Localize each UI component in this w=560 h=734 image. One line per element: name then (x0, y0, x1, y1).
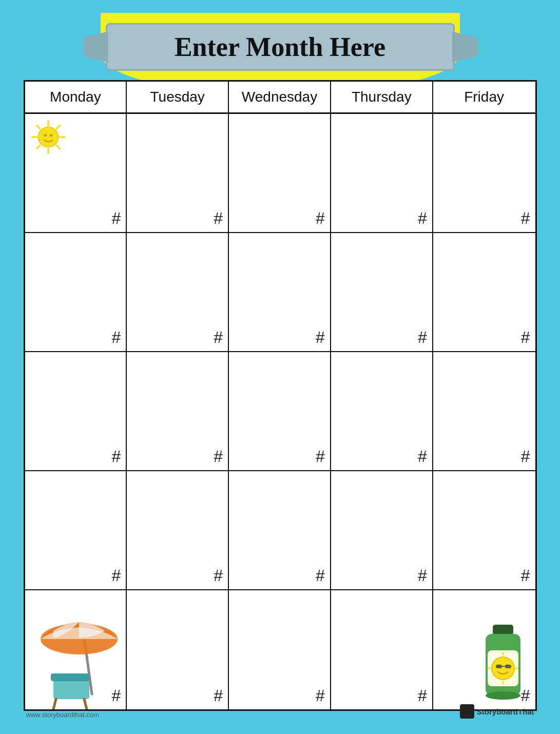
day-headers-row: Monday Tuesday Wednesday Thursday Friday (25, 82, 535, 114)
date-r2c1[interactable]: # (112, 328, 121, 347)
month-title[interactable]: Enter Month Here (175, 32, 385, 62)
date-r5c3[interactable]: # (316, 686, 325, 705)
svg-line-6 (56, 145, 60, 148)
header-area: Enter Month Here (24, 23, 537, 71)
date-r2c2[interactable]: # (214, 328, 223, 347)
cell-r5c1[interactable]: # (25, 590, 127, 709)
date-r2c3[interactable]: # (316, 328, 325, 347)
cell-r3c2[interactable]: # (127, 352, 229, 471)
header-friday: Friday (433, 82, 535, 112)
svg-line-7 (56, 126, 60, 129)
svg-line-16 (84, 699, 87, 709)
cell-r2c2[interactable]: # (127, 233, 229, 352)
svg-point-9 (44, 134, 47, 137)
date-r3c2[interactable]: # (214, 447, 223, 466)
date-r1c5[interactable]: # (521, 209, 530, 228)
svg-line-5 (36, 126, 40, 129)
svg-point-20 (492, 657, 514, 680)
cell-r2c1[interactable]: # (25, 233, 127, 352)
date-r5c4[interactable]: # (418, 686, 427, 705)
date-r3c3[interactable]: # (316, 447, 325, 466)
cell-r2c4[interactable]: # (331, 233, 433, 352)
logo-icon (460, 704, 474, 719)
page: Enter Month Here Monday Tuesday Wednesda… (13, 13, 547, 721)
date-r4c3[interactable]: # (316, 566, 325, 585)
cell-r4c4[interactable]: # (331, 471, 433, 590)
cell-r4c5[interactable]: # (433, 471, 535, 590)
logo-text: StoryboardThat (477, 707, 534, 716)
cell-r1c3[interactable]: # (229, 114, 331, 233)
svg-rect-27 (496, 665, 502, 668)
banner: Enter Month Here (106, 23, 455, 71)
date-r5c5[interactable]: # (521, 686, 530, 705)
date-r1c2[interactable]: # (214, 209, 223, 228)
date-r4c4[interactable]: # (418, 566, 427, 585)
date-r4c1[interactable]: # (112, 566, 121, 585)
cell-r4c2[interactable]: # (127, 471, 229, 590)
date-r2c4[interactable]: # (418, 328, 427, 347)
date-r1c1[interactable]: # (112, 209, 121, 228)
cell-r5c5[interactable]: # (433, 590, 535, 709)
cell-r4c1[interactable]: # (25, 471, 127, 590)
date-r5c1[interactable]: # (112, 686, 121, 705)
watermark-url: www.storyboardthat.com (26, 711, 99, 719)
cell-r5c2[interactable]: # (127, 590, 229, 709)
svg-rect-28 (505, 665, 511, 668)
date-r4c2[interactable]: # (214, 566, 223, 585)
header-wednesday: Wednesday (229, 82, 331, 112)
date-r3c1[interactable]: # (112, 447, 121, 466)
svg-point-30 (486, 691, 520, 700)
cell-r2c3[interactable]: # (229, 233, 331, 352)
header-thursday: Thursday (331, 82, 433, 112)
calendar-grid: # # # # # # # # (25, 114, 535, 709)
date-r3c4[interactable]: # (418, 447, 427, 466)
cell-r1c2[interactable]: # (127, 114, 229, 233)
calendar: Monday Tuesday Wednesday Thursday Friday (24, 80, 537, 711)
cell-r4c3[interactable]: # (229, 471, 331, 590)
header-tuesday: Tuesday (127, 82, 229, 112)
sun-icon (30, 119, 66, 155)
cell-r3c3[interactable]: # (229, 352, 331, 471)
date-r1c3[interactable]: # (316, 209, 325, 228)
date-r3c5[interactable]: # (521, 447, 530, 466)
cell-r3c5[interactable]: # (433, 352, 535, 471)
date-r2c5[interactable]: # (521, 328, 530, 347)
date-r4c5[interactable]: # (521, 566, 530, 585)
svg-point-0 (38, 127, 58, 147)
svg-line-15 (53, 699, 56, 709)
cell-r3c4[interactable]: # (331, 352, 433, 471)
cell-r5c3[interactable]: # (229, 590, 331, 709)
date-r5c2[interactable]: # (214, 686, 223, 705)
cell-r3c1[interactable]: # (25, 352, 127, 471)
cell-r2c5[interactable]: # (433, 233, 535, 352)
svg-rect-17 (493, 625, 513, 635)
cell-r1c5[interactable]: # (433, 114, 535, 233)
cell-r5c4[interactable]: # (331, 590, 433, 709)
cell-r1c4[interactable]: # (331, 114, 433, 233)
storyboardthat-logo: StoryboardThat (460, 704, 534, 719)
header-monday: Monday (25, 82, 127, 112)
svg-rect-14 (51, 673, 89, 681)
svg-line-8 (36, 145, 40, 148)
svg-point-10 (49, 134, 52, 137)
cell-r1c1[interactable]: # (25, 114, 127, 233)
date-r1c4[interactable]: # (418, 209, 427, 228)
